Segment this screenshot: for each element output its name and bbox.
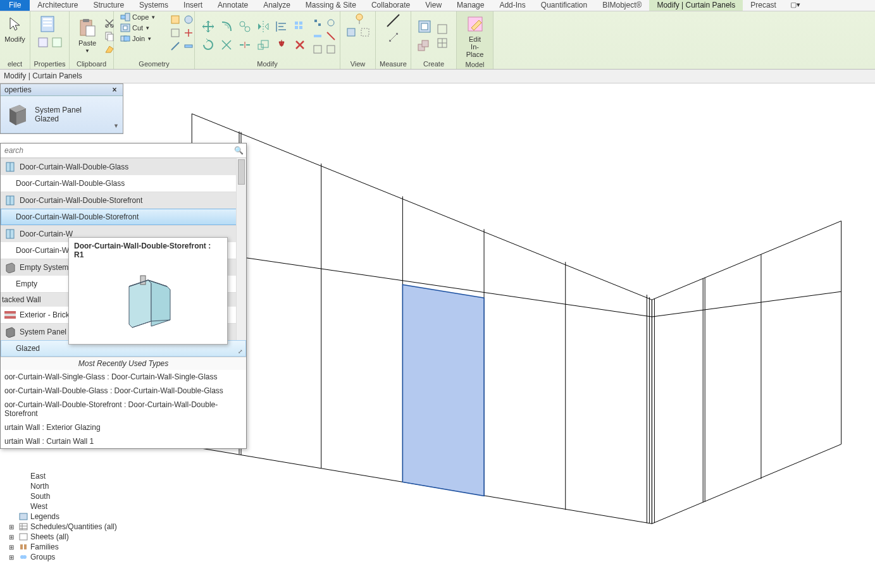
view-icon-3[interactable] bbox=[359, 27, 371, 38]
panel-label-properties: Properties bbox=[30, 60, 69, 69]
array-icon[interactable] bbox=[292, 18, 308, 35]
split-icon[interactable] bbox=[237, 37, 253, 53]
tab-view[interactable]: View bbox=[418, 0, 449, 11]
copy-icon2[interactable] bbox=[237, 18, 253, 35]
modify-extra-2[interactable] bbox=[325, 17, 337, 28]
svg-rect-4 bbox=[39, 38, 47, 47]
geom-icon-2[interactable] bbox=[183, 14, 194, 25]
panel-type-icon bbox=[6, 102, 30, 126]
search-icon[interactable]: 🔍 bbox=[231, 146, 246, 155]
properties-icon bbox=[40, 14, 60, 34]
delete-icon[interactable] bbox=[292, 37, 308, 53]
geom-icon-3[interactable] bbox=[170, 27, 181, 39]
mru-item-2[interactable]: oor-Curtain-Wall-Double-Storefront : Doo… bbox=[1, 398, 246, 420]
tab-addins[interactable]: Add-Ins bbox=[492, 0, 533, 11]
create-icon-3[interactable] bbox=[437, 23, 448, 35]
edit-in-place-button[interactable]: EditIn-Place bbox=[462, 13, 488, 59]
mru-item-3[interactable]: urtain Wall : Exterior Glazing bbox=[1, 420, 246, 434]
svg-rect-28 bbox=[299, 26, 302, 29]
modify-extra-4[interactable] bbox=[325, 30, 337, 42]
tab-architecture[interactable]: Architecture bbox=[30, 0, 85, 11]
search-input[interactable] bbox=[1, 144, 231, 157]
tree-item-south[interactable]: South bbox=[0, 491, 139, 501]
geom-icon-1[interactable] bbox=[170, 14, 181, 25]
panel-icon bbox=[4, 262, 16, 273]
paste-button[interactable]: Paste ▼ bbox=[75, 16, 100, 55]
tab-collaborate[interactable]: Collaborate bbox=[364, 0, 418, 11]
panel-label-create: Create bbox=[411, 60, 456, 69]
pin-icon[interactable] bbox=[273, 37, 290, 53]
properties-button[interactable] bbox=[40, 14, 60, 34]
family-door-double-glass[interactable]: Door-Curtain-Wall-Double-Glass bbox=[1, 158, 246, 175]
edit-in-place-icon bbox=[465, 14, 485, 34]
scale-icon[interactable] bbox=[255, 37, 271, 53]
panel-label-modify: Modify bbox=[195, 60, 340, 69]
tab-systems[interactable]: Systems bbox=[132, 0, 176, 11]
scrollbar[interactable] bbox=[236, 158, 246, 357]
tree-item-legends[interactable]: Legends bbox=[0, 511, 139, 522]
modify-tool-button[interactable]: Modify bbox=[2, 13, 27, 44]
create-icon-1[interactable] bbox=[416, 18, 433, 35]
tab-precast[interactable]: Precast bbox=[743, 0, 784, 11]
tab-annotate[interactable]: Annotate bbox=[210, 0, 256, 11]
trim-icon[interactable] bbox=[218, 37, 235, 53]
type-properties-icon[interactable] bbox=[37, 37, 49, 48]
measure-icon[interactable] bbox=[385, 13, 402, 29]
tree-item-groups[interactable]: ⊞Groups bbox=[0, 552, 139, 562]
create-icon-2[interactable] bbox=[416, 37, 433, 54]
family-types-icon[interactable] bbox=[51, 37, 63, 48]
tree-item-sheets[interactable]: ⊞Sheets (all) bbox=[0, 532, 139, 542]
tab-file[interactable]: File bbox=[0, 0, 30, 11]
mru-item-1[interactable]: oor-Curtain-Wall-Double-Glass : Door-Cur… bbox=[1, 384, 246, 398]
tab-modify-curtain-panels[interactable]: Modify | Curtain Panels bbox=[649, 0, 743, 11]
offset-icon[interactable] bbox=[218, 18, 235, 35]
svg-point-37 bbox=[356, 14, 363, 20]
geom-icon-6[interactable] bbox=[183, 40, 194, 52]
tree-item-families[interactable]: ⊞Families bbox=[0, 542, 139, 552]
close-icon[interactable]: × bbox=[110, 85, 119, 94]
tab-structure[interactable]: Structure bbox=[85, 0, 132, 11]
type-door-double-glass[interactable]: Door-Curtain-Wall-Double-Glass bbox=[1, 175, 246, 192]
tab-quantification[interactable]: Quantification bbox=[533, 0, 595, 11]
families-icon bbox=[19, 543, 28, 551]
tab-analyze[interactable]: Analyze bbox=[256, 0, 298, 11]
svg-point-20 bbox=[185, 16, 192, 23]
tree-item-north[interactable]: North bbox=[0, 481, 139, 491]
mirror-icon[interactable] bbox=[255, 18, 271, 35]
geom-icon-4[interactable] bbox=[183, 27, 194, 39]
geom-icon-5[interactable] bbox=[170, 40, 181, 52]
tab-bimobject[interactable]: BIMobject® bbox=[595, 0, 649, 11]
schedules-icon bbox=[19, 523, 28, 530]
mru-item-0[interactable]: oor-Curtain-Wall-Single-Glass : Door-Cur… bbox=[1, 370, 246, 384]
svg-rect-35 bbox=[314, 46, 321, 53]
svg-rect-52 bbox=[4, 311, 16, 314]
svg-point-62 bbox=[23, 555, 27, 559]
tab-massing-site[interactable]: Massing & Site bbox=[298, 0, 364, 11]
view-icon-1[interactable] bbox=[352, 13, 364, 24]
type-preview-tooltip: Door-Curtain-Wall-Double-Storefront : R1 bbox=[68, 237, 228, 345]
scrollbar-thumb[interactable] bbox=[238, 159, 245, 185]
svg-rect-7 bbox=[83, 19, 89, 22]
expand-icon[interactable]: ⤢ bbox=[236, 348, 245, 357]
modify-extra-1[interactable] bbox=[312, 17, 323, 28]
modify-extra-3[interactable] bbox=[312, 30, 323, 42]
type-door-double-storefront[interactable]: Door-Curtain-Wall-Double-Storefront bbox=[1, 209, 246, 225]
mru-header: Most Recently Used Types bbox=[1, 357, 246, 370]
family-door-double-storefront[interactable]: Door-Curtain-Wall-Double-Storefront bbox=[1, 192, 246, 209]
type-selector[interactable]: System Panel Glazed ▼ bbox=[1, 96, 123, 133]
tab-manage[interactable]: Manage bbox=[449, 0, 492, 11]
measure-icon-2[interactable] bbox=[388, 32, 399, 43]
modify-extra-6[interactable] bbox=[325, 44, 337, 55]
help-icon[interactable]: ▢▾ bbox=[784, 0, 807, 11]
tree-item-east[interactable]: East bbox=[0, 471, 139, 481]
modify-extra-5[interactable] bbox=[312, 44, 323, 55]
mru-item-4[interactable]: urtain Wall : Curtain Wall 1 bbox=[1, 434, 246, 448]
view-icon-2[interactable] bbox=[345, 27, 357, 38]
tree-item-schedules[interactable]: ⊞Schedules/Quantities (all) bbox=[0, 522, 139, 532]
tree-item-west[interactable]: West bbox=[0, 501, 139, 511]
create-icon-4[interactable] bbox=[437, 37, 448, 49]
tab-insert[interactable]: Insert bbox=[176, 0, 210, 11]
svg-rect-27 bbox=[295, 26, 298, 29]
svg-rect-16 bbox=[123, 26, 127, 30]
align-icon[interactable] bbox=[273, 18, 290, 35]
